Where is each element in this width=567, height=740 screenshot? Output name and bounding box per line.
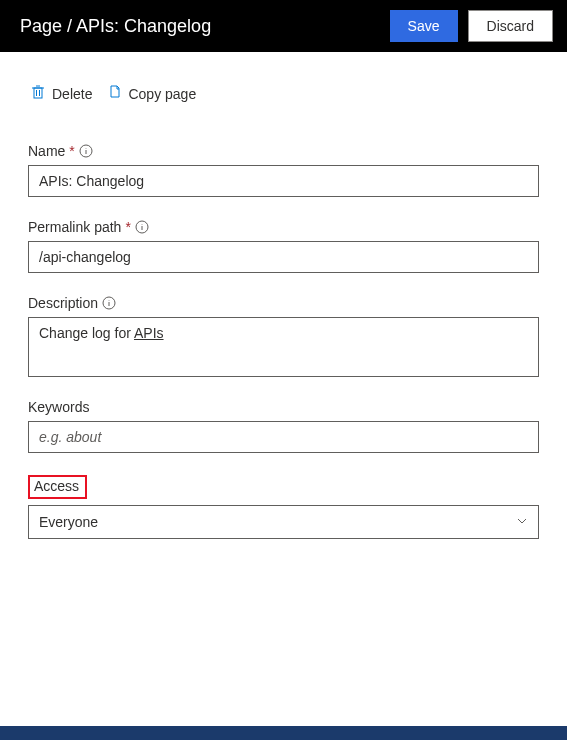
trash-icon: [30, 84, 46, 103]
keywords-input[interactable]: [28, 421, 539, 453]
copy-label: Copy page: [128, 86, 196, 102]
chevron-down-icon: [516, 514, 528, 530]
copy-page-button[interactable]: Copy page: [106, 84, 196, 103]
discard-button[interactable]: Discard: [468, 10, 553, 42]
access-label: Access: [34, 478, 79, 494]
required-marker: *: [69, 143, 74, 159]
access-selected-value: Everyone: [39, 514, 98, 530]
keywords-label: Keywords: [28, 399, 89, 415]
name-label: Name: [28, 143, 65, 159]
form: Name * Permalink path * Description Chan…: [0, 103, 567, 539]
name-input[interactable]: [28, 165, 539, 197]
permalink-input[interactable]: [28, 241, 539, 273]
permalink-label: Permalink path: [28, 219, 121, 235]
name-field: Name *: [28, 143, 539, 197]
save-button[interactable]: Save: [390, 10, 458, 42]
delete-button[interactable]: Delete: [30, 84, 92, 103]
access-select[interactable]: Everyone: [28, 505, 539, 539]
access-field: Access Everyone Everyone Selected user g…: [28, 475, 539, 539]
permalink-field: Permalink path *: [28, 219, 539, 273]
info-icon[interactable]: [135, 220, 149, 234]
toolbar: Delete Copy page: [0, 52, 567, 103]
copy-icon: [106, 84, 122, 103]
access-label-highlight: Access: [28, 475, 87, 499]
required-marker: *: [125, 219, 130, 235]
svg-rect-0: [34, 88, 42, 98]
keywords-field: Keywords: [28, 399, 539, 453]
delete-label: Delete: [52, 86, 92, 102]
page-title: Page / APIs: Changelog: [20, 16, 390, 37]
info-icon[interactable]: [79, 144, 93, 158]
description-input[interactable]: Change log for APIs: [28, 317, 539, 377]
description-field: Description Change log for APIs: [28, 295, 539, 377]
info-icon[interactable]: [102, 296, 116, 310]
page-header: Page / APIs: Changelog Save Discard: [0, 0, 567, 52]
description-label: Description: [28, 295, 98, 311]
